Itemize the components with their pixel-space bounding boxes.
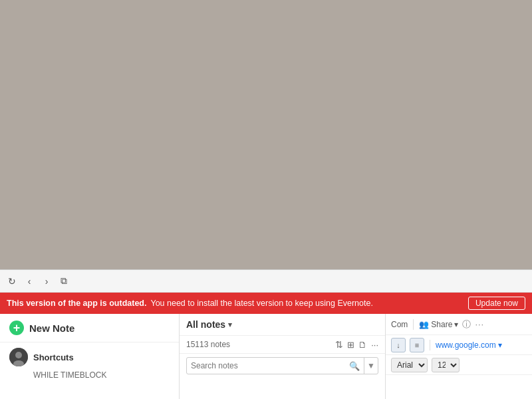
shortcuts-avatar [9, 348, 28, 366]
more-options-icon[interactable]: ··· [371, 340, 378, 350]
separator-1 [413, 319, 414, 330]
comment-label: Com [391, 320, 408, 329]
info-button[interactable]: ⓘ [462, 319, 471, 331]
all-notes-title[interactable]: All notes ▾ [186, 319, 232, 330]
archive-icon[interactable]: 🗋 [358, 340, 367, 350]
editor-panel: Com 👥 Share ▾ ⓘ ··· ↓ ≡ www.google.com ▾ [386, 314, 532, 399]
notes-search-bar: 🔍 ▼ [186, 357, 378, 374]
share-label: Share [431, 320, 452, 329]
shortcuts-label: Shortcuts [33, 352, 74, 362]
grid-icon[interactable]: ⊞ [347, 340, 354, 350]
google-link-text: www.google.com [436, 340, 496, 350]
plus-icon: + [9, 321, 24, 335]
editor-toolbar-bottom: ↓ ≡ www.google.com ▾ [386, 335, 532, 355]
expand-button[interactable]: ↓ [391, 338, 406, 352]
app-toolbar: ↻ ‹ › ⧉ [0, 270, 532, 293]
notes-header: All notes ▾ [180, 314, 385, 336]
sidebar: + New Note Shortcuts WHILE TIMEBLOCK [0, 314, 180, 399]
google-link-arrow: ▾ [498, 340, 502, 350]
search-icon[interactable]: 🔍 [345, 361, 364, 371]
google-link[interactable]: www.google.com ▾ [436, 340, 502, 350]
refresh-icon[interactable]: ↻ [5, 275, 19, 288]
notes-count: 15113 notes [186, 340, 330, 349]
share-button[interactable]: 👥 Share ▾ [419, 320, 458, 329]
font-family-select[interactable]: Arial [391, 358, 428, 372]
new-note-button[interactable]: + New Note [0, 314, 179, 342]
editor-toolbar-top: Com 👥 Share ▾ ⓘ ··· [386, 314, 532, 335]
main-content: + New Note Shortcuts WHILE TIMEBLOCK [0, 314, 532, 399]
shortcuts-section[interactable]: Shortcuts [0, 342, 179, 369]
notes-toolbar-icons: ⇅ ⊞ 🗋 ··· [335, 339, 378, 350]
app-window: ↻ ‹ › ⧉ This version of the app is outda… [0, 269, 532, 399]
while-timeblock-label: WHILE TIMEBLOCK [33, 370, 106, 380]
search-input[interactable] [187, 361, 345, 370]
list-button[interactable]: ≡ [410, 338, 424, 352]
scroll-down-arrow[interactable]: ▼ [364, 358, 378, 374]
back-icon[interactable]: ‹ [23, 275, 36, 288]
update-banner: This version of the app is outdated. You… [0, 293, 532, 314]
banner-bold-text: This version of the app is outdated. [7, 299, 146, 308]
forward-icon[interactable]: › [40, 275, 53, 288]
comment-button[interactable]: Com [391, 320, 408, 329]
more-options-button[interactable]: ··· [475, 319, 484, 329]
while-timeblock-item[interactable]: WHILE TIMEBLOCK [0, 369, 179, 381]
notes-panel: All notes ▾ 15113 notes ⇅ ⊞ 🗋 ··· 🔍 ▼ [180, 314, 386, 399]
duplicate-icon[interactable]: ⧉ [57, 275, 70, 288]
editor-formatting-bar: Arial 12 [386, 355, 532, 375]
share-people-icon: 👥 [419, 320, 429, 329]
share-dropdown-arrow: ▾ [454, 320, 458, 329]
all-notes-dropdown-arrow[interactable]: ▾ [228, 321, 232, 329]
banner-normal-text: You need to install the latest version t… [150, 299, 372, 308]
new-note-label: New Note [29, 323, 74, 334]
font-size-select[interactable]: 12 [432, 358, 460, 372]
sort-icon[interactable]: ⇅ [335, 339, 343, 350]
svg-point-1 [15, 352, 22, 358]
separator-2 [430, 340, 430, 350]
update-now-button[interactable]: Update now [468, 297, 525, 310]
notes-toolbar: 15113 notes ⇅ ⊞ 🗋 ··· [180, 336, 385, 354]
